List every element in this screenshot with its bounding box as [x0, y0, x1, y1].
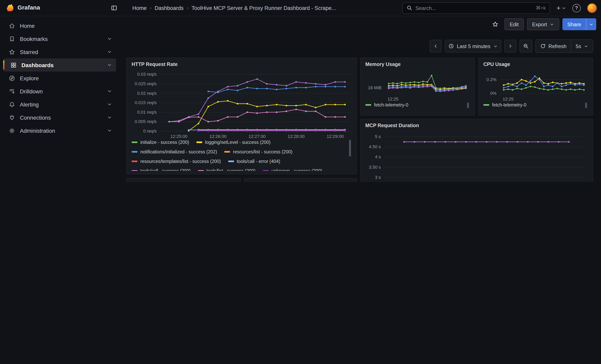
zoom-out-button[interactable] [519, 40, 532, 52]
legend-item[interactable]: unknown - success (200) [263, 168, 322, 171]
grafana-logo-icon[interactable] [6, 4, 14, 12]
active-accent-bar [3, 60, 4, 69]
share-menu-button[interactable] [586, 18, 596, 30]
cpu-usage-chart[interactable]: 0.2%0%12:25 [483, 68, 589, 102]
chevron-down-icon [562, 6, 566, 10]
svg-text:12:29:00: 12:29:00 [327, 134, 344, 139]
legend-item[interactable]: notifications/initialized - success (202… [131, 149, 217, 155]
svg-text:0.01 req/s: 0.01 req/s [137, 110, 157, 115]
legend-container: initialize - success (200)logging/setLev… [131, 139, 352, 171]
time-shift-forward-button[interactable] [504, 40, 516, 52]
sidebar-item-administration[interactable]: Administration [3, 124, 116, 137]
star-icon [9, 49, 15, 55]
sidebar-item-connections[interactable]: Connections [3, 111, 116, 124]
star-icon [492, 21, 499, 27]
breadcrumb: Home › Dashboards › ToolHive MCP Server … [132, 0, 336, 16]
sidebar-toggle-icon[interactable] [109, 3, 119, 13]
panel-title[interactable]: Error Rate [249, 181, 352, 182]
time-range-label: Last 5 minutes [457, 43, 490, 49]
edit-button[interactable]: Edit [505, 18, 524, 30]
legend-container: fetch-telemetry-0 [365, 102, 470, 110]
legend-scrollbar[interactable] [585, 103, 587, 108]
chevron-down-icon[interactable] [107, 36, 112, 41]
refresh-interval-dropdown[interactable]: 5s [571, 40, 593, 52]
sidebar-item-bookmarks[interactable]: Bookmarks [3, 32, 116, 45]
legend-item[interactable]: tools/list - success (200) [198, 168, 256, 171]
panel-title[interactable]: Total Request Rate [131, 181, 236, 182]
chevron-down-icon[interactable] [107, 62, 112, 68]
legend-item[interactable]: fetch-telemetry-0 [365, 102, 408, 108]
breadcrumb-separator: › [187, 5, 188, 11]
legend-item[interactable]: tools/call - success (200) [131, 168, 190, 171]
legend-container: fetch-telemetry-0 [483, 102, 588, 110]
panel-memory-usage: Memory Usage 16 MiB12:25 fetch-telemetry… [360, 58, 475, 116]
svg-text:0.03 req/s: 0.03 req/s [137, 72, 157, 77]
legend-item[interactable]: fetch-telemetry-0 [483, 102, 526, 108]
chevron-down-icon[interactable] [107, 115, 112, 120]
zoom-out-icon [523, 43, 529, 49]
drilldown-icon [9, 88, 15, 94]
sidebar-item-explore[interactable]: Explore [3, 71, 116, 85]
share-button[interactable]: Share [563, 18, 586, 30]
sidebar-item-starred[interactable]: Starred [3, 45, 116, 59]
time-toolbar: Last 5 minutes Refresh 5s [430, 39, 593, 53]
breadcrumb-dashboards[interactable]: Dashboards [155, 5, 184, 11]
chevron-down-icon[interactable] [107, 89, 112, 94]
breadcrumb-separator: › [150, 5, 151, 11]
legend-item[interactable]: logging/setLevel - success (200) [196, 139, 270, 146]
legend-scrollbar[interactable] [467, 103, 469, 108]
chevron-down-icon[interactable] [107, 128, 112, 133]
panel-title[interactable]: CPU Usage [483, 60, 588, 68]
legend-item[interactable]: initialize - success (200) [131, 139, 189, 146]
legend-item[interactable]: resources/templates/list - success (200) [131, 158, 221, 165]
legend-scrollbar[interactable] [349, 140, 351, 157]
time-shift-back-button[interactable] [430, 40, 442, 52]
favorite-star-button[interactable] [490, 18, 501, 30]
sidebar-item-drilldown[interactable]: Drilldown [3, 85, 116, 98]
refresh-interval-label: 5s [576, 43, 581, 49]
http-request-rate-chart[interactable]: 0 req/s0.005 req/s0.01 req/s0.015 req/s0… [131, 68, 352, 139]
chevron-left-icon [433, 44, 438, 49]
brand-title: Grafana [18, 4, 40, 11]
panel-title[interactable]: HTTP Request Rate [131, 60, 352, 68]
sidebar-item-home[interactable]: Home [3, 19, 116, 32]
legend-item[interactable]: tools/call - error (404) [228, 158, 280, 165]
sidebar-item-dashboards[interactable]: Dashboards [3, 59, 116, 71]
sidebar-item-label: Alerting [20, 101, 102, 108]
bookmark-icon [9, 36, 15, 42]
memory-usage-chart[interactable]: 16 MiB12:25 [365, 68, 471, 102]
panel-http-request-rate: HTTP Request Rate 0 req/s0.005 req/s0.01… [126, 58, 357, 175]
export-button[interactable]: Export [527, 18, 559, 30]
search-shortcut: ⌘+k [536, 5, 546, 11]
panel-title[interactable]: MCP Request Duration [365, 122, 588, 129]
svg-text:12:28:00: 12:28:00 [288, 134, 305, 139]
refresh-button[interactable]: Refresh [536, 40, 571, 52]
sidebar-item-alerting[interactable]: Alerting [3, 98, 116, 111]
svg-text:3.50 s: 3.50 s [369, 165, 381, 170]
bell-icon [9, 101, 15, 108]
chevron-down-icon[interactable] [107, 49, 112, 54]
refresh-group: Refresh 5s [535, 39, 593, 53]
svg-text:4.50 s: 4.50 s [369, 144, 381, 149]
chevron-down-icon [550, 22, 554, 26]
svg-text:12:25:00: 12:25:00 [170, 134, 187, 139]
time-range-picker[interactable]: Last 5 minutes [445, 40, 501, 52]
panel-title[interactable]: Memory Usage [365, 60, 470, 68]
help-button[interactable]: ? [572, 4, 581, 12]
svg-text:0.2%: 0.2% [487, 77, 496, 82]
breadcrumb-home[interactable]: Home [132, 5, 147, 11]
legend-item[interactable]: resources/list - success (200) [224, 149, 292, 155]
home-icon [9, 22, 15, 29]
chevron-down-icon[interactable] [107, 102, 112, 107]
user-avatar[interactable] [587, 3, 597, 13]
breadcrumb-page-title: ToolHive MCP Server & Proxy Runner Dashb… [191, 5, 336, 11]
svg-text:3 s: 3 s [375, 175, 381, 180]
refresh-icon [540, 43, 546, 49]
sidebar-item-label: Starred [20, 49, 102, 55]
panel-cpu-usage: CPU Usage 0.2%0%12:25 fetch-telemetry-0 [478, 58, 593, 116]
help-icon: ? [572, 4, 581, 12]
dashboard-toolbar: Edit Export Share [490, 18, 596, 30]
search-input[interactable]: Search... ⌘+k [402, 2, 550, 14]
new-menu-button[interactable]: + [556, 5, 566, 11]
mcp-request-duration-chart[interactable]: 5 s4.50 s4 s3.50 s3 s2.50 s12:25:0012:26… [365, 129, 589, 182]
